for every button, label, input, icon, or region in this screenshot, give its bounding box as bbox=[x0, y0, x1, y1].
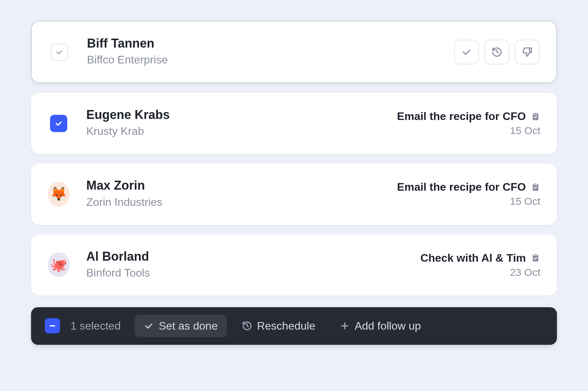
check-icon bbox=[461, 47, 472, 58]
check-icon bbox=[55, 119, 63, 128]
contact-name: Max Zorin bbox=[86, 178, 397, 193]
selected-count: 1 selected bbox=[70, 320, 121, 332]
task-text: Email the recipe for CFO bbox=[397, 110, 526, 123]
thumbs-down-icon bbox=[522, 47, 533, 58]
contact-card[interactable]: 🦊 Max Zorin Zorin Industries Email the r… bbox=[31, 163, 557, 224]
task-date: 23 Oct bbox=[510, 267, 540, 278]
svg-rect-3 bbox=[534, 183, 537, 185]
task-text: Check with Al & Tim bbox=[420, 252, 526, 264]
avatar: 🦊 bbox=[48, 182, 70, 207]
set-done-button[interactable]: Set as done bbox=[135, 315, 227, 337]
button-label: Set as done bbox=[159, 320, 218, 332]
contact-card[interactable]: Biff Tannen Biffco Enterprise bbox=[31, 21, 557, 83]
dislike-button[interactable] bbox=[515, 40, 540, 64]
history-icon bbox=[242, 321, 252, 331]
task-date: 15 Oct bbox=[510, 125, 540, 137]
svg-rect-5 bbox=[534, 254, 537, 255]
company-name: Biffco Enterprise bbox=[87, 51, 454, 68]
clipboard-icon bbox=[531, 112, 540, 121]
company-name: Binford Tools bbox=[86, 264, 420, 281]
contact-name: Al Borland bbox=[86, 249, 420, 264]
company-name: Krusty Krab bbox=[86, 123, 397, 139]
reschedule-button[interactable] bbox=[484, 40, 509, 64]
company-name: Zorin Industries bbox=[86, 194, 397, 210]
contact-card[interactable]: 🐙 Al Borland Binford Tools Check with Al… bbox=[31, 234, 557, 295]
history-icon bbox=[491, 47, 502, 58]
select-checkbox[interactable] bbox=[51, 43, 68, 61]
clipboard-icon bbox=[531, 253, 540, 263]
add-followup-button[interactable]: Add follow up bbox=[331, 315, 430, 337]
svg-rect-1 bbox=[534, 112, 537, 114]
contact-name: Eugene Krabs bbox=[86, 107, 397, 122]
contact-name: Biff Tannen bbox=[87, 36, 454, 51]
done-button[interactable] bbox=[454, 40, 479, 64]
minus-icon bbox=[49, 322, 56, 330]
task-date: 15 Oct bbox=[510, 196, 540, 207]
bulk-action-bar: 1 selected Set as done Reschedule Add fo… bbox=[31, 307, 557, 345]
avatar: 🐙 bbox=[48, 252, 70, 277]
select-checkbox[interactable] bbox=[50, 115, 67, 132]
check-icon bbox=[55, 48, 63, 56]
deselect-all-checkbox[interactable] bbox=[45, 318, 60, 333]
check-icon bbox=[144, 321, 154, 331]
reschedule-button[interactable]: Reschedule bbox=[233, 315, 324, 337]
contact-card[interactable]: Eugene Krabs Krusty Krab Email the recip… bbox=[31, 93, 557, 154]
button-label: Add follow up bbox=[355, 320, 421, 332]
task-text: Email the recipe for CFO bbox=[397, 181, 526, 193]
clipboard-icon bbox=[531, 182, 540, 192]
plus-icon bbox=[340, 321, 350, 331]
button-label: Reschedule bbox=[257, 320, 315, 332]
